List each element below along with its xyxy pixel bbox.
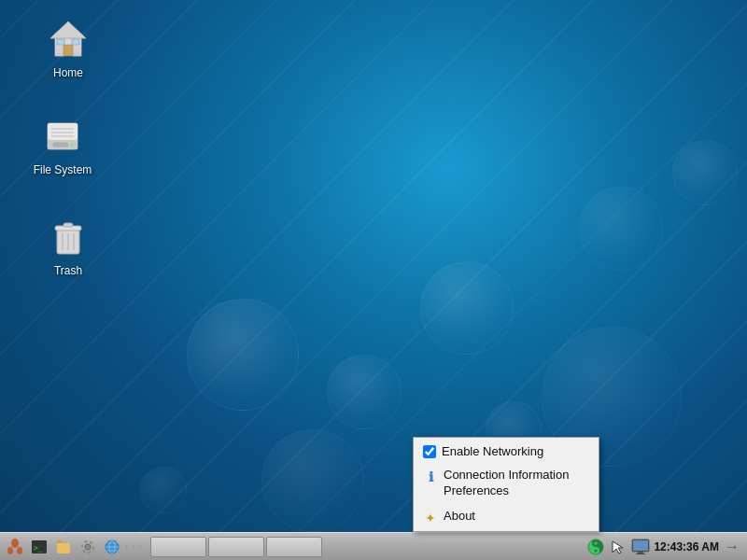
taskbar-icon-browser[interactable]	[101, 536, 123, 558]
taskbar-btn-2[interactable]	[208, 537, 264, 557]
svg-point-36	[595, 549, 598, 552]
svg-rect-40	[638, 552, 643, 553]
menu-item-connection-information[interactable]: ℹ Connection Information Preferences	[414, 463, 599, 504]
svg-point-20	[11, 539, 19, 548]
svg-rect-41	[636, 553, 645, 554]
trash-icon-label: Trash	[50, 263, 86, 278]
tray-cursor-icon	[609, 538, 627, 556]
menu-item-enable-networking[interactable]: Enable Networking	[414, 440, 599, 463]
svg-marker-26	[57, 540, 62, 543]
desktop-icon-trash[interactable]: Trash	[26, 215, 110, 278]
svg-marker-37	[613, 541, 623, 553]
svg-rect-3	[57, 39, 64, 45]
svg-rect-7	[48, 123, 78, 140]
taskbar-logout-icon[interactable]: →	[723, 538, 741, 556]
taskbar-btn-3[interactable]	[266, 537, 322, 557]
taskbar-btn-1[interactable]	[150, 537, 206, 557]
tray-network-icon[interactable]	[586, 538, 605, 556]
svg-point-35	[595, 541, 598, 544]
taskbar: >_	[0, 532, 747, 560]
svg-point-10	[70, 143, 74, 147]
enable-networking-label: Enable Networking	[442, 444, 543, 458]
menu-item-about[interactable]: ✦ About	[414, 504, 599, 529]
svg-point-27	[85, 544, 91, 550]
bubble	[672, 140, 738, 205]
taskbar-dots: · · ·	[125, 541, 143, 552]
svg-rect-16	[63, 223, 73, 227]
bubble	[140, 467, 187, 513]
taskbar-middle	[147, 537, 582, 557]
taskbar-icon-files[interactable]	[52, 536, 75, 558]
bubble	[261, 429, 364, 532]
bubble	[187, 299, 299, 411]
bubble	[420, 261, 514, 355]
taskbar-icon-menu[interactable]	[4, 536, 26, 558]
trash-icon	[46, 215, 91, 259]
svg-marker-5	[50, 21, 86, 38]
bubble	[327, 355, 402, 429]
bubble	[579, 187, 663, 271]
svg-rect-39	[633, 540, 648, 551]
info-icon: ℹ	[423, 469, 438, 483]
about-label: About	[444, 509, 589, 525]
taskbar-icon-terminal[interactable]: >_	[28, 536, 50, 558]
tray-display-icon[interactable]	[631, 538, 650, 556]
taskbar-left: >_	[0, 536, 147, 558]
enable-networking-checkbox[interactable]	[423, 445, 436, 458]
taskbar-icon-settings[interactable]	[77, 536, 99, 558]
svg-rect-2	[63, 45, 73, 56]
home-icon	[46, 17, 91, 62]
clock: 12:43:36 AM	[654, 540, 719, 553]
connection-info-label: Connection Information Preferences	[444, 468, 589, 499]
desktop-icon-filesystem[interactable]: File System	[21, 114, 105, 177]
filesystem-icon	[40, 114, 85, 159]
taskbar-right: 12:43:36 AM →	[581, 538, 747, 556]
desktop: Home File System	[0, 0, 747, 560]
context-menu: Enable Networking ℹ Connection Informati…	[413, 437, 599, 532]
svg-point-22	[17, 547, 22, 554]
desktop-icon-home[interactable]: Home	[26, 17, 110, 80]
svg-point-21	[7, 547, 13, 554]
svg-rect-9	[53, 143, 68, 147]
svg-rect-25	[57, 543, 70, 553]
filesystem-icon-label: File System	[30, 162, 96, 177]
home-icon-label: Home	[49, 65, 87, 80]
about-icon: ✦	[423, 510, 438, 525]
svg-rect-4	[72, 39, 79, 45]
svg-text:>_: >_	[34, 544, 43, 553]
